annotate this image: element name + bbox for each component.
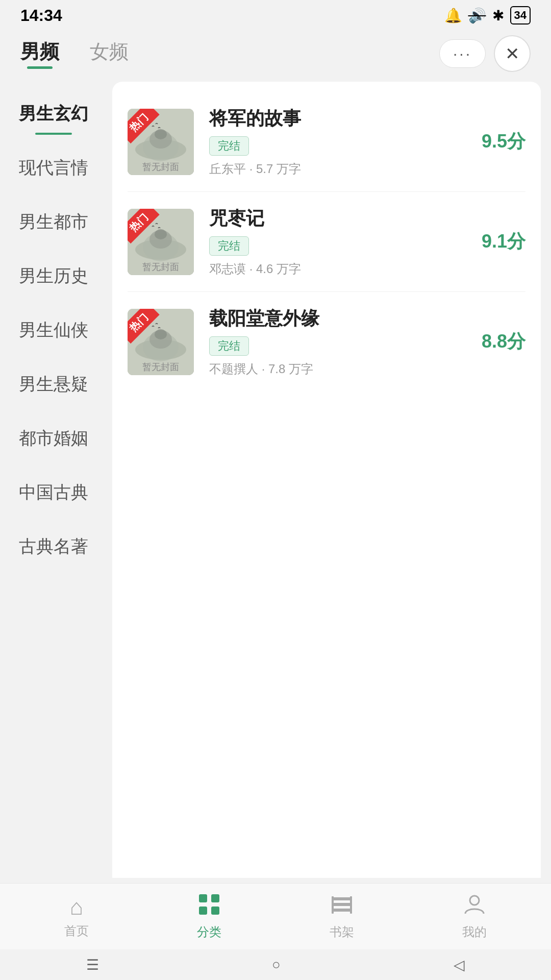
content-area: 热门 暂无封面 将军的故事 完结 丘东平 · 5.7 万字 9.5分: [112, 82, 541, 878]
book-title-1: 将军的故事: [209, 106, 471, 131]
sidebar-item-mingzhu[interactable]: 古典名著: [0, 520, 107, 574]
sidebar-item-dushi[interactable]: 男生都市: [0, 195, 107, 249]
svg-rect-20: [333, 903, 351, 906]
svg-rect-15: [199, 894, 207, 902]
book-status-3: 完结: [209, 336, 249, 356]
svg-rect-18: [211, 906, 219, 915]
svg-rect-23: [350, 896, 352, 914]
nav-mine-label: 我的: [462, 924, 487, 940]
nav-category-label: 分类: [197, 924, 221, 940]
sidebar-item-gudian[interactable]: 中国古典: [0, 465, 107, 520]
book-status-2: 完结: [209, 236, 249, 256]
book-info-3: 载阳堂意外缘 完结 不题撰人 · 7.8 万字: [209, 306, 471, 377]
bookshelf-icon: [331, 893, 353, 921]
more-options-button[interactable]: ···: [439, 39, 486, 68]
back-icon: ◁: [454, 957, 465, 973]
nav-home-label: 首页: [64, 923, 89, 939]
home-sys-icon: ○: [272, 957, 281, 973]
book-meta-2: 邓志谟 · 4.6 万字: [209, 261, 471, 277]
nav-category[interactable]: 分类: [197, 893, 221, 940]
book-item[interactable]: 热门 暂无封面 咒枣记 完结 邓志谟 · 4.6 万字 9.1分: [128, 192, 525, 292]
tab-male[interactable]: 男频: [20, 39, 59, 69]
top-tab-bar: 男频 女频 ··· ✕: [0, 31, 551, 77]
book-title-2: 咒枣记: [209, 206, 471, 231]
hot-badge-1: 热门: [128, 109, 163, 144]
top-right-buttons: ··· ✕: [439, 35, 531, 72]
cover-placeholder-2: 暂无封面: [128, 259, 194, 275]
system-nav-bar: ☰ ○ ◁: [0, 949, 551, 980]
bottom-nav: ⌂ 首页 分类 书架: [0, 883, 551, 949]
book-info-2: 咒枣记 完结 邓志谟 · 4.6 万字: [209, 206, 471, 277]
sidebar-item-yanqing[interactable]: 现代言情: [0, 141, 107, 195]
close-button[interactable]: ✕: [494, 35, 531, 72]
book-info-1: 将军的故事 完结 丘东平 · 5.7 万字: [209, 106, 471, 177]
hot-badge-3: 热门: [128, 309, 163, 345]
sound-off-icon: 🔊: [468, 7, 486, 24]
book-status-1: 完结: [209, 136, 249, 156]
home-icon: ⌂: [70, 894, 84, 920]
book-title-3: 载阳堂意外缘: [209, 306, 471, 331]
sidebar-item-xuanhuan[interactable]: 男生玄幻: [0, 87, 107, 141]
hot-badge-2: 热门: [128, 209, 163, 244]
book-score-1: 9.5分: [482, 129, 525, 154]
nav-mine[interactable]: 我的: [462, 893, 487, 940]
status-bar: 14:34 🔔 🔊 ✱ 34: [0, 0, 551, 31]
book-cover-2: 热门 暂无封面: [128, 209, 194, 275]
book-meta-1: 丘东平 · 5.7 万字: [209, 161, 471, 177]
book-cover-3: 热门 暂无封面: [128, 309, 194, 375]
book-score-3: 8.8分: [482, 329, 525, 354]
book-meta-3: 不题撰人 · 7.8 万字: [209, 361, 471, 377]
bluetooth-icon: ✱: [492, 7, 504, 24]
svg-rect-19: [333, 897, 351, 900]
nav-bookshelf-label: 书架: [330, 924, 354, 940]
nav-bookshelf[interactable]: 书架: [330, 893, 354, 940]
status-time: 14:34: [20, 6, 62, 25]
nav-home[interactable]: ⌂ 首页: [64, 894, 89, 939]
tab-female[interactable]: 女频: [90, 39, 129, 69]
status-icons: 🔔 🔊 ✱ 34: [444, 6, 531, 24]
user-icon: [463, 893, 486, 921]
grid-icon: [198, 893, 220, 921]
battery-indicator: 34: [510, 6, 531, 24]
sidebar-item-hunyin[interactable]: 都市婚姻: [0, 411, 107, 465]
svg-rect-17: [199, 906, 207, 915]
sidebar-item-xuanyi[interactable]: 男生悬疑: [0, 357, 107, 411]
svg-point-24: [470, 896, 479, 905]
main-layout: 男生玄幻 现代言情 男生都市 男生历史 男生仙侠 男生悬疑 都市婚姻 中国古典 …: [0, 77, 551, 883]
book-item[interactable]: 热门 暂无封面 将军的故事 完结 丘东平 · 5.7 万字 9.5分: [128, 92, 525, 192]
battery-level: 34: [514, 9, 527, 22]
sidebar-item-xianxia[interactable]: 男生仙侠: [0, 303, 107, 357]
svg-rect-22: [332, 896, 334, 914]
svg-rect-21: [333, 909, 351, 912]
svg-rect-16: [211, 894, 219, 902]
notification-icon: 🔔: [444, 7, 462, 24]
cover-placeholder-1: 暂无封面: [128, 159, 194, 175]
cover-placeholder-3: 暂无封面: [128, 359, 194, 375]
menu-icon: ☰: [86, 957, 99, 973]
sidebar: 男生玄幻 现代言情 男生都市 男生历史 男生仙侠 男生悬疑 都市婚姻 中国古典 …: [0, 77, 107, 883]
book-item[interactable]: 热门 暂无封面 载阳堂意外缘 完结 不题撰人 · 7.8 万字 8.8分: [128, 292, 525, 391]
sidebar-item-lishi[interactable]: 男生历史: [0, 249, 107, 303]
book-score-2: 9.1分: [482, 229, 525, 254]
book-cover-1: 热门 暂无封面: [128, 109, 194, 175]
